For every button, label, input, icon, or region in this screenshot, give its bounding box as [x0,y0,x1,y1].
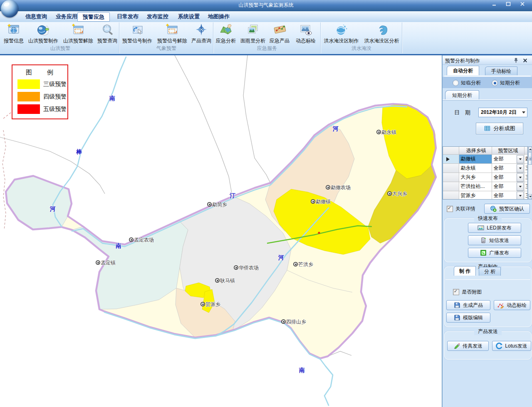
region-dropdown[interactable]: 全部 [492,182,524,191]
template-edit-button[interactable]: 模版编辑 [446,313,490,323]
sms-send-button[interactable]: 短信发送 [468,235,521,245]
product-send-group: 产品发送 传真发送 Lotus发送 [444,331,532,360]
confirm-warning-zone-button[interactable]: 预警区确认 [484,204,530,214]
broadcast-publish-button[interactable]: 广播发布 [468,248,521,258]
town-cell[interactable]: 芒洪拉祜... [459,182,492,191]
ribbon-button-water-swirl-3-1[interactable]: 洪水淹没区分析 [361,23,402,44]
table-row[interactable]: 勐撒镇全部四 [443,155,527,164]
panel-close-icon[interactable] [522,58,528,63]
tab-auto-analysis[interactable]: 自动分析 [447,66,479,75]
ribbon-button-alarm-info-0-0[interactable]: 报警信息 [2,23,26,44]
row-selector-cell[interactable] [443,182,459,191]
table-row[interactable]: 芒洪拉祜...全部三 [443,182,527,191]
table-row[interactable]: 勐永镇全部三 [443,164,527,173]
ribbon-button-compass-1-2[interactable]: 产品查询 [190,23,213,44]
plot-pencil-icon [497,302,504,308]
menu-tab-2[interactable]: 业务应用 [54,13,79,20]
ribbon-button-photos-2-1[interactable]: 面雨里分析 [238,23,268,44]
row-selector-cell[interactable] [443,191,459,200]
radio-shortterm-imminent[interactable]: 短临分析 [453,79,481,86]
ribbon-button-signal-make-1-0[interactable]: 预警信号制作 [120,23,155,44]
chevron-down-icon[interactable] [520,108,527,117]
town-cell[interactable]: 勐撒镇 [459,155,492,164]
menu-tab-5[interactable]: 发布监控 [145,13,170,20]
table-row[interactable]: 贺派乡全部三 [443,191,527,200]
close-button[interactable] [520,2,525,6]
town-marker-icon [293,262,298,266]
ribbon-button-folded-map-2-0[interactable]: 应急分析 [214,23,238,44]
minimize-button[interactable] [491,2,497,6]
analyze-map-button[interactable]: 分析成图 [476,123,523,134]
ribbon-button-flood-make-0-1[interactable]: 山洪预警制作 [26,23,61,44]
ribbon-button-product-board-2-2[interactable]: 应急产品 [268,23,291,44]
region-cell[interactable]: 全部 [492,182,525,191]
town-label-勐撒农场: 勐撒农场 [326,184,351,191]
chevron-down-icon[interactable] [517,155,524,163]
region-cell[interactable]: 全部 [492,164,525,173]
ribbon-button-magnifier-0-3[interactable]: 预警查询 [96,23,119,44]
legend-label: 四级预警 [43,93,67,101]
region-dropdown[interactable]: 全部 [492,155,524,163]
scroll-down-icon[interactable] [528,194,532,199]
menu-tab-4[interactable]: 日常发布 [115,13,140,20]
town-cell[interactable]: 勐永镇 [459,164,492,173]
table-scrollbar[interactable] [528,146,532,200]
row-selector-cell[interactable] [443,173,459,182]
town-cell[interactable]: 大兴乡 [459,173,492,182]
region-cell[interactable]: 全部 [492,173,525,182]
region-dropdown[interactable]: 全部 [492,173,524,182]
attach-map-checkbox[interactable]: 是否附图 [453,289,482,296]
ribbon-button-label: 产品查询 [191,37,211,44]
region-dropdown[interactable]: 全部 [492,164,524,173]
map-area[interactable]: 勐永镇勐撒农场勐撒镇大兴乡勐简乡孟定农场孟定镇华侨农场耿马镇芒洪乡贺派乡四排山乡… [0,55,442,407]
lotus-send-button[interactable]: Lotus发送 [492,341,531,351]
town-marker-icon [311,199,315,204]
subtab-short-period[interactable]: 短期分析 [445,90,479,100]
app-logo-globe-icon[interactable] [1,0,18,17]
region-value: 全部 [494,155,504,163]
ribbon-button-window-dashed-0-2[interactable]: 山洪预警解除 [61,23,96,44]
town-cell[interactable]: 贺派乡 [459,191,492,200]
maximize-button[interactable] [505,2,511,6]
clipped-next-column: 三 [525,191,527,200]
town-name: 勐永镇 [381,129,396,135]
generate-product-button[interactable]: 生成产品 [446,300,490,310]
water-splash-icon [335,23,348,37]
chevron-down-icon[interactable] [517,164,524,173]
chevron-down-icon[interactable] [517,173,524,182]
scroll-up-icon[interactable] [528,147,532,152]
dynamic-plot-button[interactable]: 动态标绘 [494,300,530,310]
ribbon-button-photo-eye-2-3[interactable]: 动态标绘 [291,23,320,44]
region-cell[interactable]: 全部 [492,191,525,200]
fax-pen-icon [453,343,460,349]
region-dropdown[interactable]: 全部 [492,191,524,200]
tab-manual-plot[interactable]: 手动标绘 [485,67,517,75]
scrollbar-thumb[interactable] [528,152,532,165]
radio-circle-icon [492,80,498,86]
flood-make-icon [37,23,50,37]
menu-tab-6[interactable]: 系统设置 [176,13,201,20]
tab-analyze[interactable]: 分 析 [479,267,501,276]
town-label-大兴乡: 大兴乡 [387,190,407,197]
tab-make[interactable]: 制 作 [454,266,476,276]
chevron-down-icon[interactable] [517,192,524,200]
link-detail-checkbox[interactable]: 关联详情 [447,205,475,212]
menu-tab-3[interactable]: 预警应急 [77,12,110,22]
radio-shortterm-period[interactable]: 短期分析 [492,79,520,86]
mobile-phone-icon [480,237,487,244]
date-picker[interactable]: 2012年10月 2日 [478,108,527,117]
chevron-down-icon[interactable] [517,183,524,191]
menu-tab-7[interactable]: 地图操作 [206,13,231,20]
ribbon-button-window-dashed-1-1[interactable]: 预警信号解除 [155,23,190,44]
row-selector-cell[interactable] [443,155,459,164]
row-selector-cell[interactable] [443,164,459,173]
table-row[interactable]: 大兴乡全部三 [443,173,527,182]
fax-send-button[interactable]: 传真发送 [447,341,489,351]
led-publish-button[interactable]: LED屏发布 [468,223,521,233]
town-name: 勐撒镇 [316,199,331,205]
menu-tab-1[interactable]: 信息查询 [24,13,49,20]
ribbon-button-water-splash-3-0[interactable]: 洪水淹没区制作 [321,23,361,44]
analysis-mode-band: 短临分析 短期分析 [443,77,532,88]
pin-icon[interactable] [513,58,519,63]
region-cell[interactable]: 全部 [492,155,525,164]
